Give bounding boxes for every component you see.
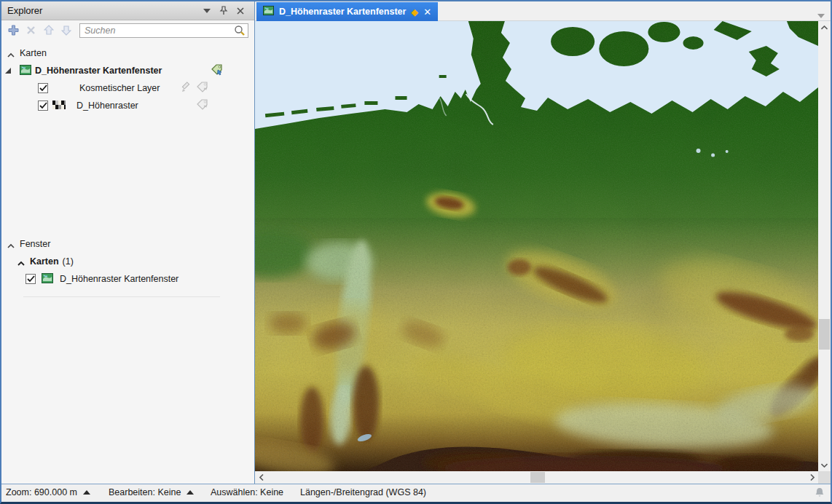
tree-subsection-karten[interactable]: Karten (1) [1,253,254,270]
checkbox-cosmetic-layer[interactable] [38,83,48,93]
status-edit[interactable]: Bearbeiten: Keine [109,487,181,497]
tab-list-dropdown-icon[interactable] [817,8,825,21]
section-label: Karten [20,48,47,58]
map-window-icon [42,272,53,286]
delete-button[interactable] [25,24,37,36]
layer-label: Kosmetischer Layer [79,83,160,93]
edit-menu-icon[interactable] [187,490,194,495]
tree-section-karten[interactable]: Karten [1,44,254,62]
move-up-button[interactable] [42,24,55,36]
map-canvas[interactable] [255,21,818,471]
subsection-count: (1) [63,256,74,267]
collapse-chevron-icon[interactable] [17,259,25,264]
status-crs[interactable]: Längen-/Breitengrad (WGS 84) [300,487,426,497]
checkbox-fenster-map[interactable] [25,274,36,284]
collapse-chevron-icon[interactable] [7,241,15,247]
tree-row-raster-layer[interactable]: D_Höhenraster [1,97,254,114]
section-label: Fenster [20,239,50,249]
tab-label: D_Höhenraster Kartenfenster [279,7,406,17]
horizontal-scrollbar[interactable] [255,471,818,484]
status-select[interactable]: Auswählen: Keine [211,487,283,497]
panel-close-icon[interactable] [235,6,246,16]
explorer-toolbar [1,20,254,40]
scroll-right-icon[interactable] [806,471,818,484]
expand-triangle-icon[interactable] [5,68,11,74]
raster-checker-icon [52,101,66,111]
tree-row-cosmetic-layer[interactable]: Kosmetischer Layer [1,79,254,97]
active-tag-icon[interactable] [211,63,224,79]
tab-bar: D_Höhenraster Kartenfenster ◆ ✕ [255,1,831,21]
node-label: D_Höhenraster Kartenfenster [35,66,162,76]
modified-indicator-icon: ◆ [411,7,418,17]
tag-icon[interactable] [196,98,210,113]
layer-label: D_Höhenraster [76,101,138,111]
tab-map-window[interactable]: D_Höhenraster Kartenfenster ◆ ✕ [256,2,438,21]
status-zoom[interactable]: Zoom: 690.000 m [6,487,77,497]
subsection-label: Karten [30,256,59,267]
tag-icon[interactable] [196,81,210,95]
move-down-button[interactable] [60,24,72,36]
tree-separator [23,296,220,297]
status-bar: Zoom: 690.000 m Bearbeiten: Keine Auswäh… [1,484,831,502]
pin-icon[interactable] [219,6,229,16]
notifications-bell-icon[interactable] [815,487,825,500]
tree-row-fenster-map[interactable]: D_Höhenraster Kartenfenster [1,270,254,288]
horizontal-scroll-thumb[interactable] [530,472,545,483]
search-icon[interactable] [234,25,246,39]
scroll-left-icon[interactable] [255,471,267,484]
scroll-up-icon[interactable] [818,21,831,34]
add-button[interactable] [7,24,20,36]
map-window-icon [263,5,274,18]
tree-section-fenster[interactable]: Fenster [1,235,254,253]
checkbox-raster-layer[interactable] [38,101,48,111]
map-document-area: D_Höhenraster Kartenfenster ◆ ✕ [254,1,831,484]
map-window-icon [20,64,31,78]
explorer-panel: Explorer [1,1,254,484]
vertical-scrollbar[interactable] [818,21,831,471]
tree-node-map-window[interactable]: D_Höhenraster Kartenfenster [1,62,254,79]
explorer-titlebar[interactable]: Explorer [1,1,254,20]
collapse-chevron-icon[interactable] [7,50,15,56]
search-input[interactable] [79,23,248,38]
scroll-down-icon[interactable] [818,459,831,471]
row-label: D_Höhenraster Kartenfenster [60,274,178,284]
tab-close-icon[interactable]: ✕ [423,7,431,17]
application-window: Explorer [0,0,832,504]
vertical-scroll-thumb[interactable] [819,319,830,350]
explorer-tree: Karten D_Höhenraster Kartenfenster [1,40,254,297]
tree-spacer [1,114,254,235]
panel-menu-icon[interactable] [202,6,212,16]
explorer-title: Explorer [7,5,42,16]
scrollbar-corner [818,471,831,484]
zoom-menu-icon[interactable] [83,490,90,495]
edit-pencil-icon[interactable] [181,82,192,95]
